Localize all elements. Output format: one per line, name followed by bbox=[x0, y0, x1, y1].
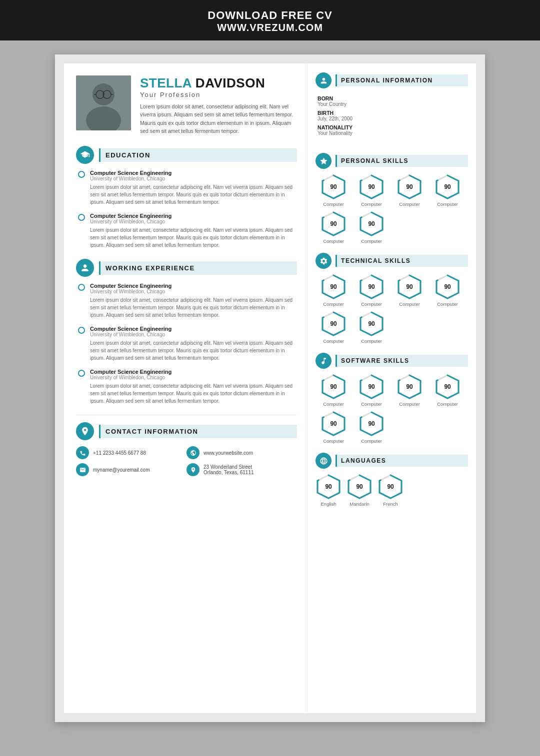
edu-title: Computer Science Engineering bbox=[90, 213, 297, 219]
edu-content: Computer Science Engineering University … bbox=[90, 369, 297, 405]
website-icon bbox=[186, 446, 200, 459]
website-item: www.yourwebsite.com bbox=[186, 446, 297, 459]
education-title: EDUCATION bbox=[99, 148, 297, 162]
cv-title: Your Profession bbox=[140, 91, 297, 98]
lang-value: 90 bbox=[325, 483, 332, 490]
skill-label: Computer bbox=[399, 401, 420, 407]
edu-bullet bbox=[78, 284, 85, 291]
skill-label: Computer bbox=[323, 338, 344, 344]
skill-label: Computer bbox=[361, 338, 382, 344]
language-item: 90 Mandarin bbox=[346, 474, 372, 507]
skill-item: 90 Computer bbox=[316, 374, 350, 407]
skill-item: 90 Computer bbox=[316, 411, 350, 444]
skill-hex: 90 bbox=[358, 174, 384, 200]
language-item: 90 French bbox=[378, 474, 404, 507]
software-skills-header: SOFTWARE SKILLS bbox=[316, 353, 468, 369]
skill-item: 90 Computer bbox=[430, 274, 464, 307]
cv-last-name: DAVIDSON bbox=[192, 75, 265, 90]
cv-name: STELLA DAVIDSON bbox=[140, 75, 297, 91]
edu-bullet bbox=[78, 214, 85, 221]
skill-hex: 90 bbox=[358, 411, 384, 437]
edu-bullet bbox=[78, 327, 85, 334]
skill-value: 90 bbox=[406, 283, 412, 290]
experience-section: WORKING EXPERIENCE Computer Science Engi… bbox=[76, 259, 297, 405]
skill-hex: 90 bbox=[396, 374, 422, 400]
edu-item: Computer Science Engineering University … bbox=[76, 326, 297, 362]
banner-line1: DOWNLOAD FREE CV bbox=[0, 9, 540, 22]
lang-label: English bbox=[321, 501, 336, 507]
skill-hex: 90 bbox=[320, 311, 346, 337]
skill-label: Computer bbox=[437, 301, 458, 307]
contact-section: CONTACT INFORMATION +11 2233 4455 6677 8… bbox=[76, 415, 297, 480]
languages-header: LANGUAGES bbox=[316, 453, 468, 469]
edu-desc: Lorem ipsum dolor sit amet, consectetur … bbox=[90, 183, 297, 206]
phone-item: +11 2233 4455 6677 88 bbox=[76, 446, 186, 459]
skill-label: Computer bbox=[323, 438, 344, 444]
skill-hex: 90 bbox=[320, 411, 346, 437]
skill-value: 90 bbox=[444, 183, 450, 190]
address-item: 23 Wonderland StreetOrlando, Texas, 6111… bbox=[186, 463, 297, 476]
lang-value: 90 bbox=[356, 483, 362, 490]
skill-label: Computer bbox=[323, 401, 344, 407]
edu-sub: University of Wimbledon, Chicago bbox=[90, 176, 297, 181]
edu-desc: Lorem ipsum dolor sit amet, consectetur … bbox=[90, 226, 297, 249]
skill-value: 90 bbox=[330, 283, 336, 290]
edu-bullet bbox=[78, 171, 85, 178]
skill-label: Computer bbox=[323, 201, 344, 207]
skill-value: 90 bbox=[330, 420, 336, 427]
skill-label: Computer bbox=[399, 301, 420, 307]
right-column: PERSONAL INFORMATION BORN Your Country B… bbox=[308, 63, 476, 713]
edu-item: Computer Science Engineering University … bbox=[76, 170, 297, 206]
website-text: www.yourwebsite.com bbox=[204, 450, 253, 456]
skill-label: Computer bbox=[361, 438, 382, 444]
skill-value: 90 bbox=[406, 383, 412, 390]
cv-wrapper: STELLA DAVIDSON Your Profession Lorem ip… bbox=[55, 54, 485, 722]
edu-desc: Lorem ipsum dolor sit amet, consectetur … bbox=[90, 296, 297, 319]
skill-value: 90 bbox=[330, 183, 336, 190]
personal-skills-section: PERSONAL SKILLS 90 Computer 90 Computer bbox=[316, 153, 468, 244]
edu-content: Computer Science Engineering University … bbox=[90, 170, 297, 206]
skill-item: 90 Computer bbox=[316, 274, 350, 307]
left-column: STELLA DAVIDSON Your Profession Lorem ip… bbox=[64, 63, 308, 713]
skill-label: Computer bbox=[361, 201, 382, 207]
experience-icon bbox=[76, 259, 94, 277]
technical-skills-section: TECHNICAL SKILLS 90 Computer 90 Computer bbox=[316, 253, 468, 344]
edu-content: Computer Science Engineering University … bbox=[90, 283, 297, 319]
skill-item: 90 Computer bbox=[354, 311, 388, 344]
edu-title: Computer Science Engineering bbox=[90, 369, 297, 375]
born-value: Your Country bbox=[318, 101, 468, 107]
skill-item: 90 Computer bbox=[354, 174, 388, 207]
technical-skills-header: TECHNICAL SKILLS bbox=[316, 253, 468, 269]
address-icon bbox=[186, 463, 200, 476]
skill-label: Computer bbox=[437, 201, 458, 207]
skill-label: Computer bbox=[323, 301, 344, 307]
skill-value: 90 bbox=[330, 220, 336, 227]
skill-value: 90 bbox=[368, 220, 374, 227]
cv-inner: STELLA DAVIDSON Your Profession Lorem ip… bbox=[64, 63, 476, 713]
experience-list: Computer Science Engineering University … bbox=[76, 283, 297, 405]
skill-hex: 90 bbox=[358, 311, 384, 337]
skill-hex: 90 bbox=[320, 174, 346, 200]
skill-item: 90 Computer bbox=[430, 174, 464, 207]
contact-grid: +11 2233 4455 6677 88 myname@youremail.c… bbox=[76, 446, 297, 480]
edu-sub: University of Wimbledon, Chicago bbox=[90, 332, 297, 337]
lang-value: 90 bbox=[387, 483, 394, 490]
skill-label: Computer bbox=[399, 201, 420, 207]
phone-icon bbox=[76, 446, 89, 459]
edu-content: Computer Science Engineering University … bbox=[90, 213, 297, 249]
languages-icon bbox=[316, 453, 332, 469]
skill-value: 90 bbox=[368, 283, 374, 290]
personal-info-title: PERSONAL INFORMATION bbox=[336, 74, 468, 86]
skill-hex: 90 bbox=[396, 274, 422, 300]
edu-sub: University of Wimbledon, Chicago bbox=[90, 219, 297, 224]
edu-title: Computer Science Engineering bbox=[90, 170, 297, 176]
cv-bio: Lorem ipsum dolor sit amet, consectetur … bbox=[140, 102, 297, 135]
skill-value: 90 bbox=[444, 283, 450, 290]
personal-skills-icon bbox=[316, 153, 332, 169]
skill-value: 90 bbox=[406, 183, 412, 190]
nationality-value: Your Nationality bbox=[318, 130, 468, 136]
contact-title: CONTACT INFORMATION bbox=[99, 425, 297, 438]
skill-value: 90 bbox=[368, 183, 374, 190]
edu-sub: University of Wimbledon, Chicago bbox=[90, 375, 297, 380]
lang-hex: 90 bbox=[346, 474, 372, 500]
